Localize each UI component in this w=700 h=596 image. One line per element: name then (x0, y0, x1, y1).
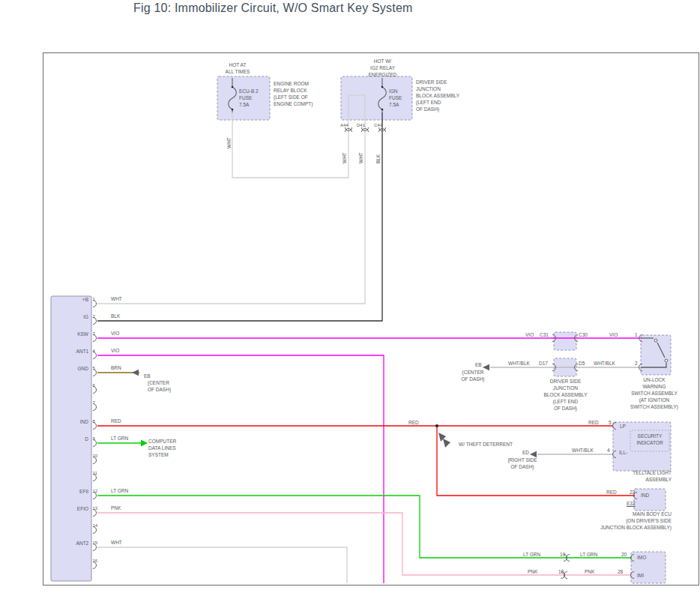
pin-number: 16 (93, 558, 98, 564)
conn-d17: D17 (539, 361, 548, 367)
conn-c31: C31 (540, 332, 549, 339)
conn-d5: D5 (579, 361, 585, 367)
pin-label-ind: IND (52, 419, 88, 426)
ground-ed-loc: (RIGHT SIDE OF DASH) (504, 457, 541, 471)
wht-vert-d41: WHT (358, 152, 365, 163)
driver-side-note-top: DRIVER SIDE JUNCTION BLOCK ASSEMBLY (LEF… (416, 79, 459, 113)
pin-20: 20 (621, 552, 627, 559)
pin-label-ksw: KSW (52, 331, 88, 338)
security-indicator: SECURITY INDICATOR (630, 433, 669, 447)
conn-c44: C44 (374, 122, 382, 128)
e32-pin-22: 22 (630, 490, 635, 496)
pnk-label-2: PNK (585, 569, 594, 576)
wire-color-label: LT GRN (111, 436, 128, 442)
wire-color-label: WHT (111, 540, 122, 547)
wht-vert-ecub: WHT (226, 137, 233, 148)
pin-label-b: +B (52, 297, 88, 304)
pin-28: 28 (618, 569, 623, 576)
ground-eb2: EB (475, 362, 482, 369)
pin-number: 5 (93, 365, 95, 371)
whtblk-ill-label: WHT/BLK (572, 448, 594, 454)
red-label-e32: RED (606, 490, 617, 496)
wire-color-label: VIO (111, 348, 119, 355)
wire-color-label: RED (111, 418, 121, 425)
ground-ed: ED (522, 450, 529, 457)
unlock-switch-note: UN-LOCK WARNING SWITCH ASSEMBLY (AT IGNI… (627, 377, 681, 411)
pin-number: 1 (93, 296, 95, 302)
ltgrn-label-1: LT GRN (523, 552, 540, 559)
fuse2-name: IGN FUSE 7.5A (389, 88, 402, 109)
pin-label-efii: EFII (52, 489, 88, 496)
security-lp: LP (620, 424, 626, 430)
hot-at-all-times: HOT AT ALL TIMES (220, 62, 255, 76)
telltale-note: TELLTALE LIGHT ASSEMBLY (625, 470, 672, 484)
ground-eb1-loc: (CENTER OF DASH) (148, 380, 171, 394)
wht-vert-a44: WHT (342, 152, 349, 163)
fuse1-name: ECU-B 2 FUSE 7.5A (239, 88, 259, 109)
red-label-right: RED (588, 420, 599, 427)
pin-number: 10 (93, 453, 98, 459)
pin-number: 11 (93, 470, 97, 476)
main-body-note: MAIN BODY ECU (ON DRIVER'S SIDE JUNCTION… (588, 511, 672, 532)
junction-note-mid: DRIVER SIDE JUNCTION BLOCK ASSEMBLY (LEF… (541, 379, 590, 412)
security-pin-4: 4 (607, 448, 610, 454)
pin-number: 8 (93, 418, 95, 424)
e32-ind: IND (641, 493, 649, 499)
pin-18: 18 (558, 569, 564, 576)
pin-label-gnd: GND (52, 366, 88, 373)
wire-color-label: VIO (111, 331, 119, 337)
security-pin-5: 5 (609, 420, 612, 427)
pin-number: 13 (93, 505, 98, 511)
wire-color-label: LT GRN (111, 488, 128, 495)
pin-label-d: D (52, 436, 88, 443)
vio-label-mid: VIO (525, 332, 534, 339)
pin-number: 9 (93, 436, 95, 442)
pin-label-ig: IG (52, 314, 88, 321)
vio-label-right: VIO (609, 332, 618, 339)
security-ill: ILL- (619, 450, 627, 457)
wiring-diagram-page: Fig 10: Immobilizer Circuit, W/O Smart K… (0, 0, 700, 596)
pin-number: 4 (93, 348, 95, 354)
labels-layer: HOT AT ALL TIMESHOT W/ IG2 RELAY ENERGIZ… (0, 0, 700, 596)
wire-color-label: BLK (111, 313, 120, 320)
pin-19: 19 (560, 552, 565, 559)
pin-number: 3 (93, 331, 95, 337)
engine-room-note: ENGINE ROOM RELAY BLOCK (LEFT SIDE OF EN… (274, 81, 313, 108)
red-label-mid: RED (408, 420, 419, 427)
whtblk-label-right: WHT/BLK (594, 361, 615, 367)
pin-number: 12 (93, 488, 98, 494)
pin-number: 2 (93, 313, 95, 319)
pnk-label-1: PNK (528, 569, 537, 576)
ground-eb2-loc: (CENTER OF DASH) (456, 370, 490, 383)
pin-number: 15 (93, 540, 98, 546)
pin-number: 7 (93, 400, 95, 406)
ground-eb1: EB (144, 373, 151, 380)
wire-color-label: PNK (111, 505, 121, 512)
imi-pin: IMI (637, 573, 644, 580)
imo-pin: IMO (637, 555, 646, 562)
e32-code: E32 (627, 501, 636, 508)
conn-c30: C30 (579, 332, 588, 339)
pin-label-ant2: ANT2 (52, 541, 88, 547)
wire-color-label: WHT (111, 296, 122, 303)
hot-ig2-relay: HOT W/ IG2 RELAY ENERGIZED (362, 58, 403, 79)
ltgrn-label-2: LT GRN (580, 552, 597, 559)
switch-pin-2: 2 (635, 361, 638, 367)
whtblk-label-left: WHT/BLK (508, 361, 530, 367)
pin-label-efio: EFIO (52, 506, 88, 513)
switch-pin-1: 1 (635, 332, 638, 339)
theft-deterrent-note: W/ THEFT DETERRENT (459, 442, 513, 448)
blk-vert-c44: BLK (375, 154, 382, 163)
pin-number: 14 (93, 523, 98, 529)
wire-color-label: BRN (111, 365, 121, 372)
conn-d41: D41 (357, 122, 365, 128)
computer-data-lines: COMPUTER DATA LINES SYSTEM (148, 439, 176, 459)
conn-a44: A44 (340, 122, 349, 128)
pin-label-ant1: ANT1 (52, 349, 88, 355)
pin-number: 6 (93, 382, 95, 388)
